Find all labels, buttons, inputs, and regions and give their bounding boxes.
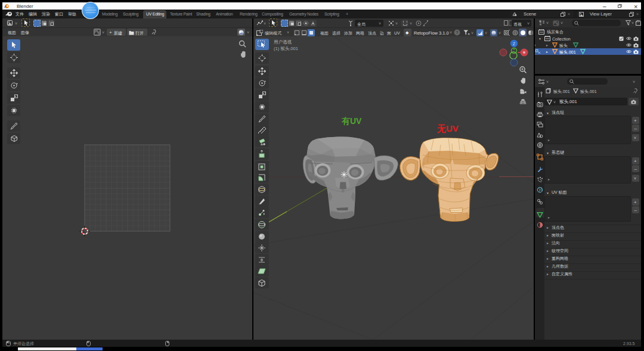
svg-text:?: ? bbox=[456, 30, 459, 35]
svg-text:有UV: 有UV bbox=[341, 116, 362, 126]
svg-text:Z: Z bbox=[513, 42, 516, 46]
svg-text:无UV: 无UV bbox=[436, 123, 459, 133]
